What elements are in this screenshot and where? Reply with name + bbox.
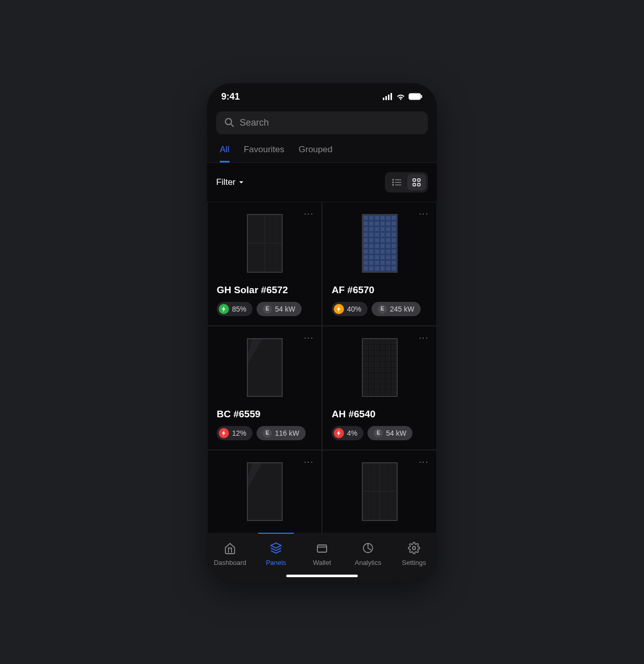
svg-line-7	[231, 124, 234, 127]
filter-button[interactable]: Filter	[216, 177, 244, 187]
svg-rect-132	[380, 390, 385, 395]
svg-rect-117	[375, 362, 379, 367]
svg-rect-133	[386, 340, 390, 344]
status-time: 9:41	[221, 91, 240, 102]
svg-rect-142	[386, 390, 390, 395]
list-view-button[interactable]	[387, 174, 406, 191]
svg-rect-72	[386, 232, 390, 237]
svg-rect-107	[369, 362, 374, 367]
svg-rect-69	[386, 216, 390, 220]
panel-card[interactable]: ⋮ AF #6570 40% E 245 kW	[322, 202, 437, 326]
svg-rect-103	[369, 340, 374, 344]
svg-rect-63	[380, 238, 385, 243]
svg-rect-148	[392, 368, 396, 372]
badges: 85% E 54 kW	[217, 302, 312, 316]
svg-rect-32	[363, 232, 368, 237]
nav-panels[interactable]: Panels	[253, 539, 299, 566]
svg-rect-52	[375, 232, 379, 237]
home-icon	[224, 542, 236, 556]
svg-rect-41	[369, 227, 374, 231]
svg-rect-60	[380, 221, 385, 226]
svg-rect-124	[380, 345, 385, 350]
svg-rect-93	[363, 340, 368, 344]
panel-grid-container[interactable]: ⋮ GH Solar #6572 85% E 54 kW ⋮ AF #6570	[207, 202, 437, 559]
svg-rect-43	[369, 238, 374, 243]
nav-settings[interactable]: Settings	[391, 539, 437, 566]
svg-rect-96	[363, 357, 368, 361]
svg-rect-67	[380, 260, 385, 265]
energy-badge: E 245 kW	[372, 302, 420, 316]
svg-rect-150	[392, 379, 396, 384]
phone-frame: 9:41 Search All Favourites Grouped Filte…	[207, 83, 437, 581]
cellular-icon	[383, 93, 393, 100]
svg-rect-106	[369, 357, 374, 361]
svg-rect-1	[385, 96, 387, 100]
panel-card[interactable]: ⋮	[322, 450, 437, 542]
svg-rect-126	[380, 357, 385, 361]
svg-rect-30	[363, 221, 368, 226]
energy-icon: E	[263, 429, 272, 438]
card-menu-button[interactable]: ⋮	[418, 334, 429, 342]
card-menu-button[interactable]: ⋮	[303, 458, 314, 466]
svg-rect-134	[386, 345, 390, 350]
svg-rect-47	[369, 260, 374, 265]
svg-rect-42	[369, 232, 374, 237]
charge-badge: 4%	[332, 426, 363, 440]
svg-rect-50	[375, 221, 379, 226]
svg-rect-130	[380, 379, 385, 384]
svg-point-6	[225, 118, 232, 125]
svg-rect-61	[380, 227, 385, 231]
svg-rect-165	[317, 545, 327, 552]
energy-value: 54 kW	[275, 305, 295, 313]
panel-card[interactable]: ⋮	[207, 450, 322, 542]
panel-card[interactable]: ⋮ GH Solar #6572 85% E 54 kW	[207, 202, 322, 326]
nav-dashboard[interactable]: Dashboard	[207, 539, 253, 566]
card-menu-button[interactable]: ⋮	[303, 209, 314, 218]
nav-wallet[interactable]: Wallet	[299, 539, 345, 566]
tab-all[interactable]: All	[220, 145, 229, 162]
card-menu-button[interactable]: ⋮	[418, 209, 429, 218]
panel-card[interactable]: ⋮ BC #6559 12% E 116 kW	[207, 326, 322, 450]
svg-rect-143	[392, 340, 396, 344]
tab-favourites[interactable]: Favourites	[244, 145, 284, 162]
svg-rect-4	[409, 93, 421, 100]
svg-rect-115	[375, 351, 379, 355]
nav-analytics[interactable]: Analytics	[345, 539, 391, 566]
svg-rect-38	[363, 266, 368, 271]
bolt-icon	[334, 428, 344, 438]
svg-rect-76	[386, 255, 390, 259]
status-icons	[383, 93, 423, 100]
svg-rect-116	[375, 357, 379, 361]
svg-rect-94	[363, 345, 368, 350]
svg-rect-109	[369, 373, 374, 378]
wifi-icon	[396, 93, 405, 100]
svg-rect-101	[363, 385, 368, 389]
svg-rect-35	[363, 249, 368, 254]
card-menu-button[interactable]: ⋮	[418, 458, 429, 466]
tabs: All Favourites Grouped	[207, 139, 437, 162]
svg-rect-73	[386, 238, 390, 243]
grid-view-button[interactable]	[407, 174, 426, 191]
svg-rect-46	[369, 255, 374, 259]
svg-rect-108	[369, 368, 374, 372]
search-input[interactable]: Search	[216, 111, 428, 134]
view-toggle	[385, 172, 428, 193]
panel-card[interactable]: ⋮ AH #6540 4% E 54 kW	[322, 326, 437, 450]
energy-icon: E	[378, 304, 387, 314]
energy-icon: E	[374, 429, 383, 438]
svg-rect-33	[363, 238, 368, 243]
card-menu-button[interactable]: ⋮	[303, 334, 314, 342]
charge-badge: 12%	[217, 426, 252, 440]
svg-rect-97	[363, 362, 368, 367]
list-icon	[392, 179, 401, 186]
svg-rect-127	[380, 362, 385, 367]
tab-grouped[interactable]: Grouped	[298, 145, 332, 162]
svg-rect-36	[363, 255, 368, 259]
svg-rect-54	[375, 244, 379, 248]
svg-rect-79	[392, 216, 396, 220]
wallet-icon	[316, 542, 328, 556]
svg-rect-87	[392, 260, 396, 265]
charge-value: 40%	[347, 305, 361, 313]
bottom-nav: DashboardPanelsWalletAnalyticsSettings	[207, 533, 437, 581]
svg-rect-39	[369, 216, 374, 220]
